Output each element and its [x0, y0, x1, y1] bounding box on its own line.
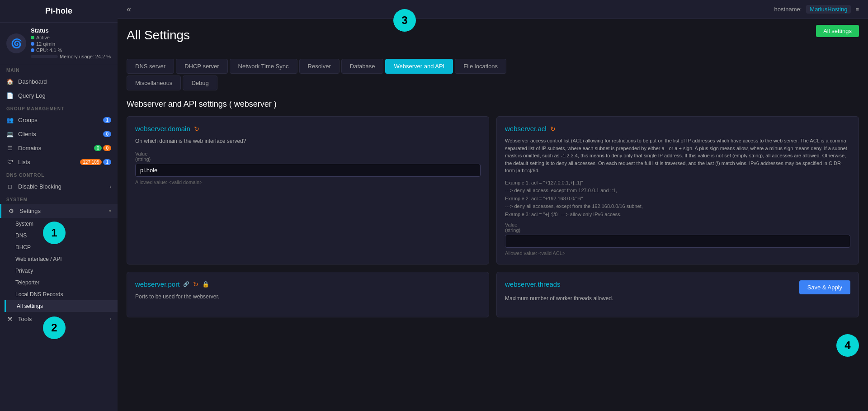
topbar-toggle[interactable]: «	[127, 5, 131, 14]
main-section-label: MAIN	[0, 64, 118, 75]
sidebar-status: 🌀 Status Active 12 q/min CPU: 4.1 % Memo…	[0, 23, 118, 64]
annotation-2: 2	[43, 317, 66, 339]
card-port-link[interactable]: 🔗	[183, 281, 189, 287]
topbar-right: hostname: MariusHosting ≡	[774, 5, 859, 14]
sidebar-item-privacy[interactable]: Privacy	[5, 265, 118, 277]
local-dns-label: Local DNS Records	[15, 291, 63, 298]
tab-webserver-api[interactable]: Webserver and API	[385, 59, 453, 74]
card-acl-title: webserver.acl ↻	[505, 125, 850, 132]
sidebar-item-dashboard[interactable]: 🏠 Dashboard	[0, 75, 118, 89]
dhcp-label: DHCP	[15, 244, 31, 250]
sidebar-avatar: 🌀	[6, 33, 26, 53]
card-domain-input[interactable]	[135, 164, 481, 177]
card-webserver-threads: webserver.threads Save & Apply Maximum n…	[496, 272, 859, 317]
card-domain-allowed: Allowed value: <valid domain>	[135, 180, 481, 185]
system-label: System	[15, 221, 33, 227]
tab-database[interactable]: Database	[341, 59, 384, 74]
tab-dns-server[interactable]: DNS server	[127, 59, 174, 74]
card-acl-examples: Example 1: acl = "+127.0.0.1,+[::1]" ---…	[505, 179, 850, 219]
tools-label: Tools	[18, 316, 32, 322]
webinterface-label: Web interface / API	[15, 256, 62, 262]
tab-miscellaneous[interactable]: Miscellaneous	[127, 76, 181, 90]
domains-badge2: 0	[103, 145, 111, 151]
save-apply-button[interactable]: Save & Apply	[799, 280, 850, 294]
querylog-icon: 📄	[6, 92, 14, 99]
dns-label: DNS	[15, 232, 27, 239]
card-threads-desc: Maximum number of worker threads allowed…	[505, 294, 850, 303]
card-threads-title: webserver.threads	[505, 280, 561, 288]
card-acl-refresh[interactable]: ↻	[550, 125, 556, 132]
card-acl-input[interactable]	[505, 235, 850, 248]
annotation-1: 1	[43, 222, 66, 244]
annotation-3: 3	[393, 9, 416, 32]
privacy-label: Privacy	[15, 268, 33, 274]
settings-label: Settings	[19, 208, 41, 214]
lists-badge1: 127,105	[80, 159, 102, 165]
tab-resolver[interactable]: Resolver	[299, 59, 340, 74]
status-cpu: CPU: 4.1 %	[31, 47, 111, 53]
sidebar-item-domains[interactable]: ☰ Domains 0 0	[0, 141, 118, 155]
hostname-value: MariusHosting	[806, 5, 851, 14]
sidebar-item-local-dns[interactable]: Local DNS Records	[5, 288, 118, 300]
card-domain-field-label: Value (string)	[135, 151, 481, 162]
sidebar-item-webinterface[interactable]: Web interface / API	[5, 253, 118, 265]
lists-badges: 127,105 1	[80, 159, 111, 165]
sidebar-item-groups[interactable]: 👥 Groups 1	[0, 113, 118, 127]
sidebar-item-teleporter[interactable]: Teleporter	[5, 277, 118, 288]
sidebar-item-clients[interactable]: 💻 Clients 0	[0, 127, 118, 141]
status-title: Status	[31, 27, 111, 34]
card-port-desc: Ports to be used for the webserver.	[135, 293, 481, 301]
lists-icon: 🛡	[6, 159, 14, 165]
hostname-label: hostname:	[774, 6, 802, 13]
groups-icon: 👥	[6, 117, 14, 123]
card-domain-title-text: webserver.domain	[135, 125, 190, 132]
all-settings-button[interactable]: All settings	[816, 25, 859, 37]
tools-arrow: ‹	[110, 317, 111, 321]
card-acl-desc: Webserver access control list (ACL) allo…	[505, 137, 850, 175]
card-port-title-text: webserver.port	[135, 280, 179, 288]
tools-icon: ⚒	[6, 316, 14, 322]
status-active: Active	[31, 35, 111, 40]
card-acl-field-label: Value (string)	[505, 222, 850, 233]
domains-icon: ☰	[6, 145, 14, 151]
queries-dot	[31, 42, 34, 46]
lists-badge2: 1	[103, 159, 111, 165]
card-domain-title: webserver.domain ↻	[135, 125, 481, 132]
main-content: « hostname: MariusHosting ≡ All Settings…	[118, 0, 868, 411]
status-info: Status Active 12 q/min CPU: 4.1 % Memory…	[31, 27, 111, 59]
sidebar-item-querylog[interactable]: 📄 Query Log	[0, 89, 118, 103]
all-settings-label: All settings	[17, 303, 43, 309]
sidebar-item-settings[interactable]: ⚙ Settings ▾	[0, 204, 118, 218]
settings-arrow: ▾	[109, 208, 111, 213]
groups-badge: 1	[103, 117, 111, 123]
dns-section-label: DNS CONTROL	[0, 169, 118, 180]
sidebar-item-disable-blocking[interactable]: □ Disable Blocking ‹	[0, 180, 118, 194]
sidebar-item-all-settings[interactable]: All settings	[5, 300, 118, 312]
domains-badges: 0 0	[94, 145, 111, 151]
card-domain-refresh[interactable]: ↻	[194, 125, 199, 132]
card-port-refresh[interactable]: ↻	[193, 281, 198, 288]
active-dot	[31, 36, 34, 39]
dashboard-icon: 🏠	[6, 78, 14, 85]
topbar: « hostname: MariusHosting ≡	[118, 0, 868, 19]
clients-icon: 💻	[6, 131, 14, 137]
tab-file-locations[interactable]: File locations	[455, 59, 506, 74]
tab-dhcp-server[interactable]: DHCP server	[176, 59, 227, 74]
tab-debug[interactable]: Debug	[183, 76, 217, 90]
topbar-menu-icon[interactable]: ≡	[855, 6, 859, 13]
annotation-4: 4	[836, 334, 859, 357]
disable-blocking-icon: □	[6, 183, 14, 190]
page-title: All Settings	[127, 28, 190, 43]
sidebar-item-dhcp[interactable]: DHCP	[5, 241, 118, 253]
card-webserver-acl: webserver.acl ↻ Webserver access control…	[496, 116, 859, 265]
lists-label: Lists	[18, 159, 30, 165]
groups-label: Groups	[18, 117, 38, 123]
clients-badge: 0	[103, 131, 111, 137]
card-domain-desc: On which domain is the web interface ser…	[135, 137, 481, 146]
disable-blocking-arrow: ‹	[110, 184, 111, 189]
sidebar-title: Pi-hole	[0, 0, 118, 23]
tab-ntp[interactable]: Network Time Sync	[230, 59, 297, 74]
domains-label: Domains	[18, 145, 41, 151]
card-port-title: webserver.port 🔗 ↻ 🔒	[135, 280, 481, 288]
sidebar-item-lists[interactable]: 🛡 Lists 127,105 1	[0, 155, 118, 169]
